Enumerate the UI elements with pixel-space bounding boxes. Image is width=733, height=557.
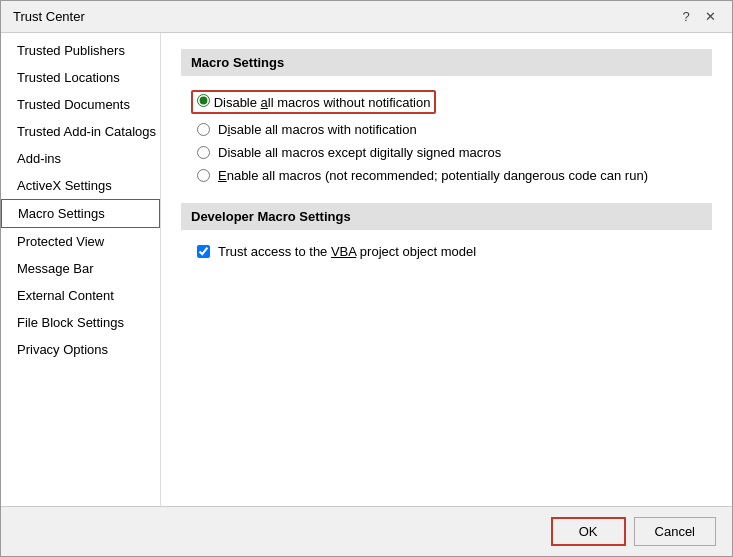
trust-center-dialog: Trust Center ? ✕ Trusted PublishersTrust… [0,0,733,557]
ok-button[interactable]: OK [551,517,626,546]
title-bar: Trust Center ? ✕ [1,1,732,33]
sidebar-item-privacy-options[interactable]: Privacy Options [1,336,160,363]
main-content: Macro Settings Disable all macros withou… [161,33,732,506]
radio-item-disable-notify[interactable]: Disable all macros with notification [181,118,712,141]
macro-settings-radio-group: Disable all macros without notification … [181,86,712,187]
sidebar: Trusted PublishersTrusted LocationsTrust… [1,33,161,506]
close-button[interactable]: ✕ [700,7,720,27]
sidebar-item-trusted-locations[interactable]: Trusted Locations [1,64,160,91]
sidebar-item-activex-settings[interactable]: ActiveX Settings [1,172,160,199]
radio-disable-except-signed[interactable] [197,146,210,159]
cancel-button[interactable]: Cancel [634,517,716,546]
dialog-title: Trust Center [13,9,85,24]
radio-label-disable-except-signed[interactable]: Disable all macros except digitally sign… [218,145,501,160]
radio-disable-notify[interactable] [197,123,210,136]
radio-item-disable-no-notify[interactable]: Disable all macros without notification [181,86,712,118]
title-bar-buttons: ? ✕ [676,7,720,27]
trust-vba-label[interactable]: Trust access to the VBA project object m… [218,244,476,259]
sidebar-item-trusted-documents[interactable]: Trusted Documents [1,91,160,118]
help-button[interactable]: ? [676,7,696,27]
radio-label-disable-no-notify[interactable]: Disable all macros without notification [214,95,431,110]
sidebar-item-protected-view[interactable]: Protected View [1,228,160,255]
trust-vba-checkbox-group[interactable]: Trust access to the VBA project object m… [181,240,712,263]
radio-disable-no-notify[interactable] [197,94,210,107]
sidebar-item-add-ins[interactable]: Add-ins [1,145,160,172]
sidebar-item-trusted-publishers[interactable]: Trusted Publishers [1,37,160,64]
radio-item-disable-except-signed[interactable]: Disable all macros except digitally sign… [181,141,712,164]
macro-settings-section-header: Macro Settings [181,49,712,76]
sidebar-item-file-block-settings[interactable]: File Block Settings [1,309,160,336]
dialog-footer: OK Cancel [1,506,732,556]
radio-highlight: Disable all macros without notification [191,90,436,114]
radio-label-disable-notify[interactable]: Disable all macros with notification [218,122,417,137]
dialog-body: Trusted PublishersTrusted LocationsTrust… [1,33,732,506]
sidebar-item-macro-settings[interactable]: Macro Settings [1,199,160,228]
developer-section-header: Developer Macro Settings [181,203,712,230]
radio-item-enable-all[interactable]: Enable all macros (not recommended; pote… [181,164,712,187]
radio-enable-all[interactable] [197,169,210,182]
radio-label-enable-all[interactable]: Enable all macros (not recommended; pote… [218,168,648,183]
sidebar-item-trusted-addin-catalogs[interactable]: Trusted Add-in Catalogs [1,118,160,145]
sidebar-item-external-content[interactable]: External Content [1,282,160,309]
sidebar-item-message-bar[interactable]: Message Bar [1,255,160,282]
trust-vba-checkbox[interactable] [197,245,210,258]
